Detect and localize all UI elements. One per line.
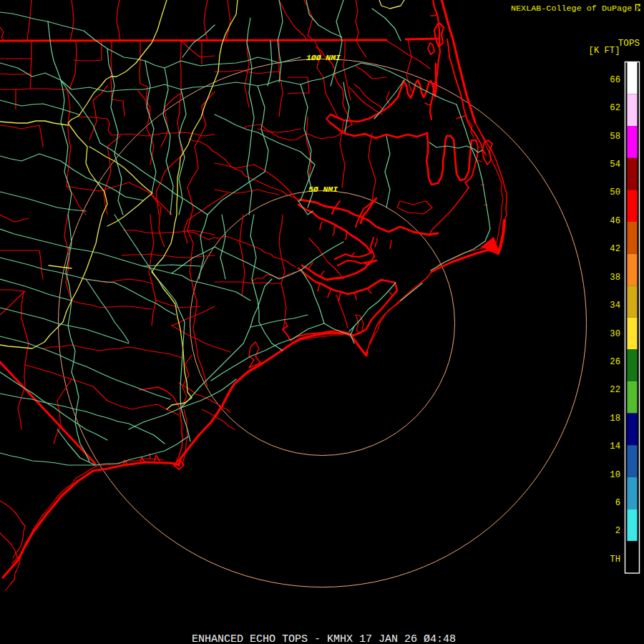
svg-text:42: 42 [610,244,620,254]
svg-text:NEXLAB-College of DuPage: NEXLAB-College of DuPage [511,4,632,14]
svg-text:34: 34 [610,301,620,311]
svg-text:30: 30 [610,329,620,339]
svg-text:[K FT]: [K FT] [589,46,620,56]
svg-text:14: 14 [610,441,620,452]
svg-text:TH: TH [610,555,620,565]
svg-text:66: 66 [610,75,620,85]
svg-text:38: 38 [610,273,620,283]
svg-text:1ØØ NMI: 1ØØ NMI [306,54,341,62]
svg-text:58: 58 [610,132,620,142]
svg-text:2: 2 [615,526,620,536]
svg-text:46: 46 [610,216,620,226]
svg-text:54: 54 [610,160,620,170]
svg-text:10: 10 [610,470,620,480]
svg-text:ENHANCED ECHO TOPS - KMHX 17 J: ENHANCED ECHO TOPS - KMHX 17 JAN 26 Ø4:4… [192,633,456,644]
svg-text:26: 26 [610,357,620,367]
svg-text:50: 50 [610,187,620,197]
svg-text:62: 62 [610,103,620,113]
svg-text:TOPS: TOPS [618,39,640,49]
svg-text:6: 6 [615,498,620,508]
svg-text:5Ø NMI: 5Ø NMI [308,185,338,194]
svg-text:18: 18 [610,414,620,424]
svg-text:22: 22 [610,385,620,395]
